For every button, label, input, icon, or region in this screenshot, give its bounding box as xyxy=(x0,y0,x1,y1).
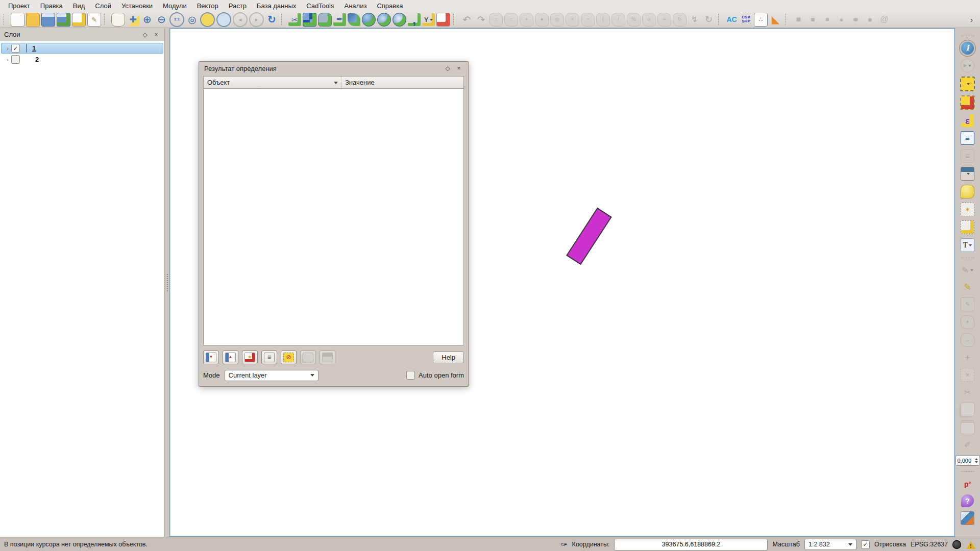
current-edits-icon[interactable]: ✎ xyxy=(961,264,974,277)
cad-rectangle-icon[interactable]: ■ xyxy=(792,13,805,26)
select-features-icon[interactable] xyxy=(960,77,975,91)
simplify-feature-icon[interactable]: ○ xyxy=(489,13,503,27)
table-view-icon[interactable]: ≡ xyxy=(261,350,277,364)
mouse-position-icon[interactable]: ✑ xyxy=(561,540,568,549)
menu-raster[interactable]: Растр xyxy=(224,1,252,11)
save-project-as-icon[interactable] xyxy=(57,13,70,27)
identify-features-icon[interactable]: i xyxy=(961,42,974,55)
layer-1-label[interactable]: 1 xyxy=(32,44,36,52)
cad-ellipse-icon[interactable]: ● xyxy=(847,13,865,26)
cad-rectangle-center-icon[interactable]: ■ xyxy=(806,13,819,26)
add-wcs-layer-icon[interactable] xyxy=(377,13,391,27)
ac-plugin-icon[interactable]: AC xyxy=(725,13,738,26)
print-results-icon[interactable] xyxy=(320,350,335,364)
column-header-value[interactable]: Значение xyxy=(341,79,463,86)
zoom-full-icon[interactable]: ◎ xyxy=(186,13,199,26)
new-layer-icon[interactable]: Y xyxy=(422,13,435,26)
measure-icon[interactable] xyxy=(961,167,974,181)
cad-angle-spinbox[interactable]: 0,000 xyxy=(955,455,980,466)
coordinates-input[interactable] xyxy=(614,539,768,550)
whats-this-icon[interactable]: ? xyxy=(961,494,974,507)
pan-to-selection-icon[interactable]: ✚ xyxy=(127,13,139,26)
add-vector-layer-icon[interactable]: ✂ xyxy=(288,13,301,26)
expand-new-results-icon[interactable]: ★ xyxy=(242,350,258,364)
toolbar-overflow-button[interactable]: › xyxy=(965,13,978,26)
new-print-composer-icon[interactable] xyxy=(72,13,86,27)
menu-help[interactable]: Справка xyxy=(372,1,408,11)
auto-open-form-checkbox[interactable] xyxy=(406,371,415,380)
merge-features-icon[interactable]: ∪ xyxy=(642,13,656,27)
cad-square-center-icon[interactable]: ■ xyxy=(821,13,834,26)
zoom-native-icon[interactable]: 1:1 xyxy=(169,12,184,27)
menu-cadtools[interactable]: CadTools xyxy=(301,1,339,11)
panel-float-icon[interactable]: ◇ xyxy=(141,31,149,39)
zoom-out-icon[interactable]: ⊖ xyxy=(155,13,168,26)
zoom-to-layer-icon[interactable] xyxy=(216,12,231,27)
move-feature-icon[interactable]: → xyxy=(961,333,974,347)
node-tool-icon[interactable]: + xyxy=(961,351,974,364)
pan-map-icon[interactable] xyxy=(111,13,125,27)
menu-database[interactable]: База данных xyxy=(252,1,301,11)
layer-2-label[interactable]: 2 xyxy=(35,56,39,63)
toggle-editing-icon[interactable]: ✎ xyxy=(961,281,974,293)
save-project-icon[interactable] xyxy=(41,13,55,27)
cad-spiral-icon[interactable]: @ xyxy=(878,13,891,26)
fill-ring-icon[interactable]: ● xyxy=(535,13,549,27)
dialog-titlebar[interactable]: Результат определения ◇ × xyxy=(199,62,468,75)
remove-layer-icon[interactable] xyxy=(436,13,450,27)
field-calculator-icon[interactable]: ≡ xyxy=(961,149,974,163)
select-by-expression-icon[interactable]: ε xyxy=(961,114,974,127)
merge-attributes-icon[interactable]: = xyxy=(657,13,671,27)
sketch-plugin-icon[interactable] xyxy=(961,511,974,525)
expand-arrow-icon[interactable]: › xyxy=(4,45,11,52)
menu-plugins[interactable]: Модули xyxy=(158,1,192,11)
menu-layer[interactable]: Слой xyxy=(90,1,116,11)
mode-combobox[interactable]: Current layer xyxy=(225,370,318,381)
zoom-to-selection-icon[interactable] xyxy=(200,12,215,27)
map-tips-icon[interactable] xyxy=(961,185,974,198)
csv2shp-plugin-icon[interactable]: CSV SHP xyxy=(740,13,752,26)
zoom-last-icon[interactable]: ◂ xyxy=(233,12,248,27)
add-part-icon[interactable]: + xyxy=(520,13,533,27)
reshape-features-icon[interactable]: ~ xyxy=(581,13,595,27)
refresh-map-icon[interactable]: ↻ xyxy=(265,13,278,26)
layer-item-2[interactable]: › 2 xyxy=(1,54,163,65)
redo-icon[interactable]: ↷ xyxy=(475,13,487,26)
map-feature-polygon[interactable] xyxy=(566,208,612,265)
menu-analysis[interactable]: Анализ xyxy=(339,1,372,11)
results-list[interactable] xyxy=(203,89,464,345)
clear-results-icon[interactable]: ⊘ xyxy=(281,350,297,364)
copy-feature-icon[interactable] xyxy=(300,350,316,364)
menu-settings[interactable]: Установки xyxy=(116,1,158,11)
menu-vector[interactable]: Вектор xyxy=(192,1,224,11)
layer-item-1[interactable]: › ✓ 1 xyxy=(1,43,163,54)
add-mssql-layer-icon[interactable] xyxy=(348,13,360,26)
add-wms-layer-icon[interactable] xyxy=(362,13,376,27)
new-project-icon[interactable] xyxy=(11,13,24,27)
menu-project[interactable]: Проект xyxy=(3,1,35,11)
copy-features-icon[interactable] xyxy=(961,403,974,416)
points-plugin-icon[interactable]: ∴ xyxy=(754,13,768,27)
rotate-feature-icon[interactable]: ↯ xyxy=(688,13,701,26)
cut-features-icon[interactable]: ✂ xyxy=(961,386,974,398)
messages-warning-icon[interactable] xyxy=(966,540,976,549)
zoom-next-icon[interactable]: ▸ xyxy=(249,12,264,27)
offset-curve-icon[interactable]: ( xyxy=(596,13,610,27)
composer-manager-icon[interactable]: ✎ xyxy=(87,13,101,27)
zoom-in-icon[interactable]: ⊕ xyxy=(141,13,154,26)
menu-view[interactable]: Вид xyxy=(68,1,90,11)
deselect-features-icon[interactable] xyxy=(960,95,975,110)
help-button[interactable]: Help xyxy=(433,352,464,363)
dialog-close-icon[interactable]: × xyxy=(455,64,463,72)
cadtools-plugin-icon[interactable]: ◣ xyxy=(769,13,782,26)
paste-features-icon[interactable] xyxy=(961,420,974,434)
chevron-down-icon[interactable] xyxy=(334,82,338,86)
run-feature-action-icon[interactable]: ▶ xyxy=(961,59,974,72)
cad-draw-icon[interactable]: ✐ xyxy=(961,438,974,451)
delete-selected-icon[interactable]: × xyxy=(961,368,974,382)
layer-2-visibility-checkbox[interactable] xyxy=(11,55,20,64)
render-checkbox[interactable]: ✓ xyxy=(861,540,870,549)
add-raster-layer-icon[interactable] xyxy=(303,13,316,27)
delete-part-icon[interactable]: × xyxy=(566,13,579,27)
panel-close-icon[interactable]: × xyxy=(152,31,160,39)
